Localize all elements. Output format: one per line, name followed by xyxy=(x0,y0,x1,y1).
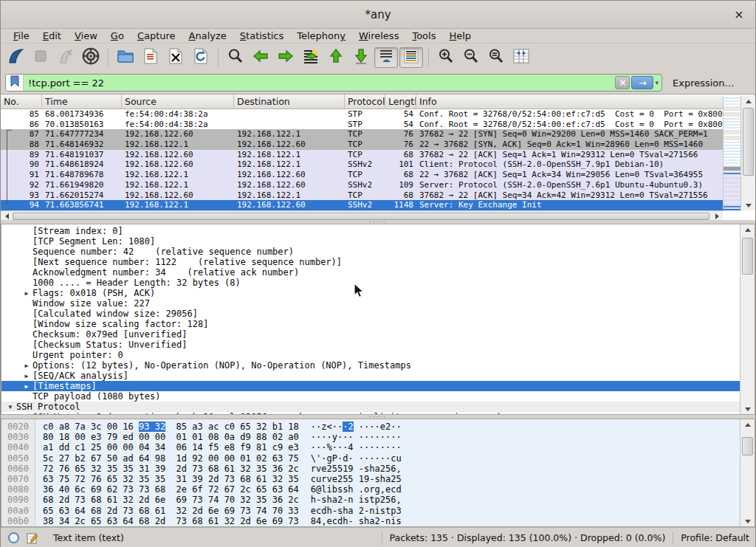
open-file-button[interactable] xyxy=(114,47,137,68)
packet-row[interactable]: 94 71.663856741 192.168.122.1 192.168.12… xyxy=(1,200,741,210)
zoom-reset-button[interactable] xyxy=(484,47,508,68)
scroll-thumb[interactable] xyxy=(13,213,709,220)
detail-line[interactable]: [TCP Segment Len: 1080] xyxy=(1,236,742,247)
menu-item[interactable]: File xyxy=(7,30,36,42)
filter-bookmark-button[interactable] xyxy=(6,75,24,91)
scroll-thumb[interactable] xyxy=(743,108,754,176)
filter-clear-button[interactable]: × xyxy=(615,76,630,89)
display-filter-field[interactable]: × → ▾ xyxy=(5,74,662,92)
profile-status[interactable]: Profile: Default xyxy=(681,532,749,543)
hex-row[interactable]: 0060 72 76 65 32 35 35 31 39 2d 73 68 61… xyxy=(1,464,741,474)
zoom-in-button[interactable] xyxy=(434,47,458,68)
hex-row[interactable]: 0070 63 75 72 76 65 32 35 35 31 39 2d 73… xyxy=(1,474,741,484)
detail-line[interactable]: Checksum: 0x79ed [unverified] xyxy=(1,329,742,340)
packet-list-vscrollbar[interactable] xyxy=(740,96,755,210)
go-to-packet-button[interactable] xyxy=(299,47,323,68)
intelligent-scrollbar-minimap[interactable] xyxy=(723,96,741,209)
detail-line[interactable]: 1000 .... = Header Length: 32 bytes (8) xyxy=(1,278,742,288)
close-file-button[interactable] xyxy=(164,47,188,68)
reload-file-button[interactable] xyxy=(189,47,213,68)
menu-item[interactable]: Edit xyxy=(36,30,68,42)
packet-list-hscrollbar[interactable] xyxy=(1,210,723,221)
packet-row[interactable]: 85 68.001734936 fe:54:00:d4:38:2a STP 54… xyxy=(1,109,741,120)
packet-row[interactable]: 86 70.013850163 fe:54:00:d4:38:2a STP 54… xyxy=(1,120,741,130)
filter-input[interactable] xyxy=(24,75,615,91)
menu-item[interactable]: Wireless xyxy=(352,30,405,42)
column-header-no[interactable]: No. xyxy=(1,94,42,109)
packet-row[interactable]: 89 71.648191037 192.168.122.60 192.168.1… xyxy=(1,150,741,160)
title-bar[interactable]: *any × xyxy=(1,1,755,29)
hex-row[interactable]: 0020 c0 a8 7a 3c 00 16 93 32 85 a3 ac c0… xyxy=(1,422,741,432)
detail-line[interactable]: ▼SSH Protocol xyxy=(1,402,742,412)
scroll-up-arrow[interactable] xyxy=(741,96,756,106)
menu-item[interactable]: Analyze xyxy=(182,30,233,42)
packet-row[interactable]: 92 71.661949820 192.168.122.1 192.168.12… xyxy=(1,180,741,190)
detail-line[interactable]: Sequence number: 42 (relative sequence n… xyxy=(1,247,742,257)
scroll-down-arrow[interactable] xyxy=(740,516,755,526)
detail-line[interactable]: [Window size scaling factor: 128] xyxy=(1,319,742,329)
detail-line[interactable]: Acknowledgment number: 34 (relative ack … xyxy=(1,267,742,278)
detail-line[interactable]: ▶Flags: 0x018 (PSH, ACK) xyxy=(1,288,742,298)
stop-capture-button[interactable] xyxy=(29,47,52,68)
detail-line[interactable]: ▶[Timestamps] xyxy=(1,381,742,391)
detail-line[interactable]: [Calculated window size: 29056] xyxy=(1,309,742,319)
detail-line[interactable]: [Next sequence number: 1122 (relative se… xyxy=(1,257,742,267)
detail-line[interactable]: [Stream index: 0] xyxy=(1,226,742,236)
find-packet-button[interactable] xyxy=(224,47,247,68)
detail-line[interactable]: Window size value: 227 xyxy=(1,298,742,309)
save-file-button[interactable] xyxy=(139,47,162,68)
capture-comment-icon[interactable] xyxy=(27,532,38,544)
go-back-button[interactable] xyxy=(249,47,272,68)
colorize-toggle[interactable] xyxy=(399,47,423,68)
filter-dropdown-caret[interactable]: ▾ xyxy=(655,79,659,86)
scroll-down-arrow[interactable] xyxy=(740,404,755,414)
go-to-top-button[interactable] xyxy=(324,47,348,68)
zoom-out-button[interactable] xyxy=(459,47,483,68)
go-to-bottom-button[interactable] xyxy=(349,47,373,68)
resize-columns-button[interactable] xyxy=(509,47,533,68)
close-button[interactable]: × xyxy=(732,7,746,21)
hex-row[interactable]: 0080 36 40 6c 69 62 73 73 68 2e 6f 72 67… xyxy=(1,484,741,495)
auto-scroll-toggle[interactable] xyxy=(374,47,398,68)
capture-options-button[interactable] xyxy=(79,47,103,68)
scroll-up-arrow[interactable] xyxy=(740,224,755,235)
detail-line[interactable]: TCP payload (1080 bytes) xyxy=(1,391,742,402)
detail-line[interactable]: [Checksum Status: Unverified] xyxy=(1,340,742,350)
hex-row[interactable]: 0030 80 18 00 e3 79 ed 00 00 01 01 08 0a… xyxy=(1,432,741,442)
packet-row[interactable]: 93 71.662015274 192.168.122.60 192.168.1… xyxy=(1,190,741,201)
scroll-thumb[interactable] xyxy=(742,238,753,275)
hex-vscrollbar[interactable] xyxy=(740,419,755,526)
hex-row[interactable]: 0050 5c 27 b2 67 50 ad 64 98 1d 92 00 00… xyxy=(1,453,741,464)
scroll-up-arrow[interactable] xyxy=(740,419,755,430)
hex-row[interactable]: 0040 a1 dd c1 25 00 00 04 34 06 14 f5 e8… xyxy=(1,442,741,453)
menu-item[interactable]: Tools xyxy=(405,30,442,42)
details-vscrollbar[interactable] xyxy=(740,224,755,414)
start-capture-button[interactable] xyxy=(4,47,27,68)
column-header-time[interactable]: Time xyxy=(42,94,122,109)
hex-row[interactable]: 00b0 38 34 2c 65 63 64 68 2d 73 68 61 32… xyxy=(1,516,741,526)
filter-apply-button[interactable]: → xyxy=(631,76,653,89)
add-filter-button[interactable]: + xyxy=(749,76,756,89)
detail-line[interactable]: Urgent pointer: 0 xyxy=(1,350,742,360)
menu-item[interactable]: Help xyxy=(442,30,478,42)
menu-item[interactable]: View xyxy=(68,30,104,42)
expert-info-icon[interactable] xyxy=(8,532,19,543)
column-header-length[interactable]: Length xyxy=(385,94,416,109)
scroll-down-arrow[interactable] xyxy=(741,200,756,210)
menu-item[interactable]: Statistics xyxy=(233,30,290,42)
packet-row[interactable]: 87 71.647777234 192.168.122.60 192.168.1… xyxy=(1,129,741,140)
menu-item[interactable]: Telephony xyxy=(290,30,352,42)
packet-row[interactable]: 90 71.648618924 192.168.122.60 192.168.1… xyxy=(1,159,741,170)
column-header-protocol[interactable]: Protocol xyxy=(345,94,385,109)
scroll-thumb[interactable] xyxy=(742,437,753,455)
packet-row[interactable]: 88 71.648146932 192.168.122.1 192.168.12… xyxy=(1,140,741,150)
go-forward-button[interactable] xyxy=(274,47,298,68)
hex-row[interactable]: 00a0 65 63 64 68 2d 73 68 61 32 2d 6e 69… xyxy=(1,506,741,516)
column-header-info[interactable]: Info xyxy=(416,94,755,109)
packet-row[interactable]: 91 71.648789678 192.168.122.1 192.168.12… xyxy=(1,170,741,180)
expression-button[interactable]: Expression… xyxy=(667,78,740,89)
detail-line[interactable]: ▶[SEQ/ACK analysis] xyxy=(1,371,742,381)
column-header-source[interactable]: Source xyxy=(122,94,234,109)
detail-line[interactable]: ▶Options: (12 bytes), No-Operation (NOP)… xyxy=(1,360,742,371)
hex-row[interactable]: 0090 68 2d 73 68 61 32 2d 6e 69 73 74 70… xyxy=(1,495,741,505)
